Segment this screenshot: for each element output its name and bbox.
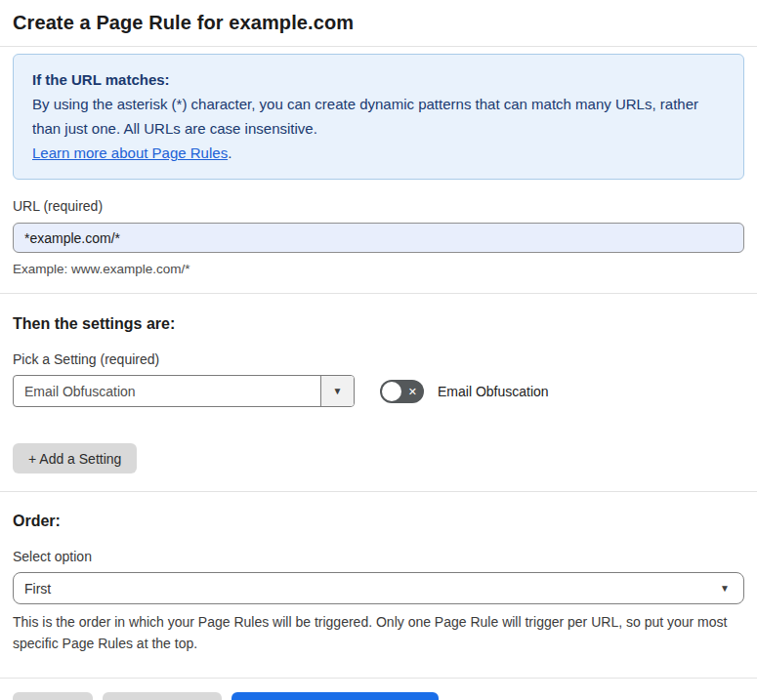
url-match-info-box: If the URL matches: By using the asteris… <box>13 54 744 180</box>
order-description: This is the order in which your Page Rul… <box>13 611 740 654</box>
email-obfuscation-toggle-group: ✕ Email Obfuscation <box>380 380 549 403</box>
setting-select[interactable]: Email Obfuscation ▼ <box>13 375 355 407</box>
footer-actions: Cancel Save as Draft Save and Deploy Pag… <box>13 692 744 700</box>
toggle-label: Email Obfuscation <box>438 384 549 399</box>
toggle-knob <box>382 382 401 401</box>
divider <box>0 293 757 294</box>
settings-section-heading: Then the settings are: <box>13 315 744 333</box>
cancel-button[interactable]: Cancel <box>13 692 93 700</box>
setting-select-arrow-button[interactable]: ▼ <box>320 376 354 406</box>
caret-down-icon: ▼ <box>333 386 343 396</box>
pick-setting-label: Pick a Setting (required) <box>13 351 744 367</box>
order-select-value: First <box>24 581 51 597</box>
add-setting-button[interactable]: + Add a Setting <box>13 443 137 474</box>
toggle-off-x-icon: ✕ <box>408 386 417 396</box>
learn-more-link[interactable]: Learn more about Page Rules <box>32 144 228 161</box>
url-input[interactable] <box>13 223 744 253</box>
order-select-label: Select option <box>13 549 744 564</box>
url-field-label: URL (required) <box>13 198 744 214</box>
setting-select-value: Email Obfuscation <box>14 376 320 406</box>
page-rule-form: Create a Page Rule for example.com If th… <box>0 11 757 700</box>
page-title: Create a Page Rule for example.com <box>13 11 744 35</box>
divider <box>0 46 757 47</box>
divider <box>0 491 757 492</box>
divider <box>0 678 757 679</box>
order-select[interactable]: First ▼ <box>13 572 744 604</box>
caret-down-icon: ▼ <box>720 583 730 594</box>
save-and-deploy-button[interactable]: Save and Deploy Page Rule <box>231 692 439 700</box>
info-box-link-line: Learn more about Page Rules. <box>32 141 725 165</box>
save-as-draft-button[interactable]: Save as Draft <box>103 692 223 700</box>
setting-row: Email Obfuscation ▼ ✕ Email Obfuscation <box>13 375 744 407</box>
info-box-heading: If the URL matches: <box>32 67 725 92</box>
order-section-heading: Order: <box>13 513 744 530</box>
url-example-text: Example: www.example.com/* <box>13 262 744 276</box>
link-suffix: . <box>228 144 231 161</box>
info-box-body: By using the asterisk (*) character, you… <box>32 92 725 141</box>
email-obfuscation-toggle[interactable]: ✕ <box>380 380 424 403</box>
